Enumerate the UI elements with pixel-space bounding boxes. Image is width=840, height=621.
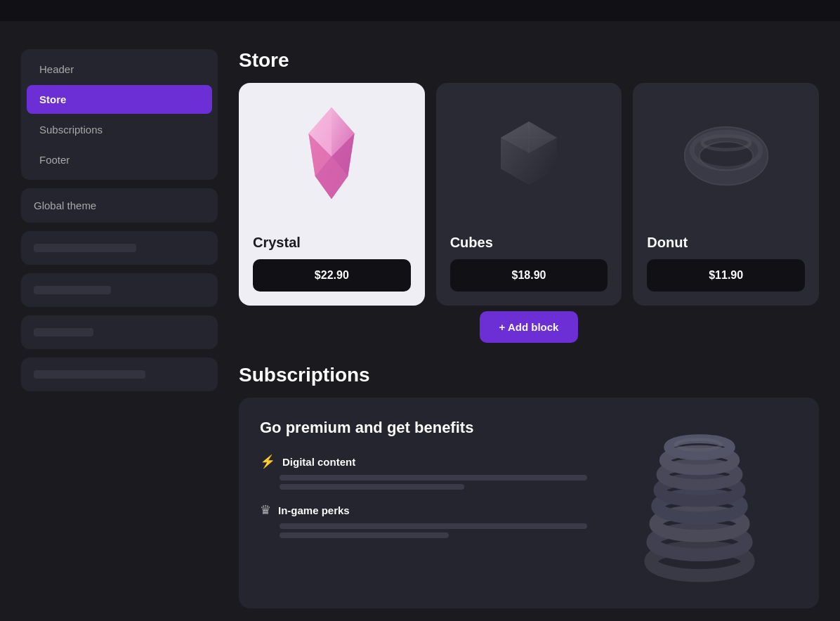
add-block-button[interactable]: + Add block: [480, 311, 579, 343]
subscriptions-section: Subscriptions Go premium and get benefit…: [239, 364, 819, 608]
benefit-line: [280, 475, 587, 481]
benefit-line: [280, 484, 464, 490]
benefit-ingame: ♛ In-game perks: [260, 502, 587, 538]
product-image-donut: [633, 83, 819, 223]
product-card-cubes[interactable]: Cubes $18.90: [436, 83, 622, 306]
product-price-cubes[interactable]: $18.90: [450, 259, 608, 292]
subscriptions-title: Subscriptions: [239, 364, 819, 386]
sidebar-skeleton-4: [21, 358, 218, 391]
sidebar-item-header[interactable]: Header: [27, 55, 212, 84]
store-grid: Crystal $22.90: [239, 83, 819, 306]
product-info-cubes: Cubes $18.90: [436, 223, 622, 306]
main-content: Store: [239, 49, 819, 608]
benefit-digital: ⚡ Digital content: [260, 454, 587, 490]
sidebar-nav: Header Store Subscriptions Footer: [21, 49, 218, 180]
product-name-donut: Donut: [647, 235, 805, 251]
product-card-crystal[interactable]: Crystal $22.90: [239, 83, 425, 306]
benefit-line: [280, 532, 449, 538]
store-title: Store: [239, 49, 819, 72]
product-image-crystal: [239, 83, 425, 223]
skeleton-line: [34, 286, 111, 294]
skeleton-line: [34, 370, 145, 379]
skeleton-line: [34, 244, 136, 252]
crown-icon: ♛: [260, 502, 271, 518]
benefit-line: [280, 523, 587, 529]
product-name-cubes: Cubes: [450, 235, 608, 251]
benefit-title-ingame: In-game perks: [278, 504, 350, 516]
product-price-donut[interactable]: $11.90: [647, 259, 805, 292]
main-layout: Header Store Subscriptions Footer Global…: [0, 21, 840, 608]
benefit-header-digital: ⚡ Digital content: [260, 454, 587, 469]
benefit-lines-digital: [260, 475, 587, 490]
top-bar: [0, 0, 840, 21]
product-info-crystal: Crystal $22.90: [239, 223, 425, 306]
subscriptions-content: Go premium and get benefits ⚡ Digital co…: [260, 419, 587, 587]
sidebar-skeleton-3: [21, 315, 218, 349]
product-info-donut: Donut $11.90: [633, 223, 819, 306]
cube-icon: [487, 111, 571, 195]
product-price-crystal[interactable]: $22.90: [253, 259, 411, 292]
product-name-crystal: Crystal: [253, 235, 411, 251]
product-image-cubes: [436, 83, 622, 223]
donut-icon: [681, 115, 772, 192]
sidebar-item-subscriptions[interactable]: Subscriptions: [27, 115, 212, 144]
subscriptions-heading: Go premium and get benefits: [260, 419, 587, 437]
benefit-header-ingame: ♛ In-game perks: [260, 502, 587, 518]
sidebar: Header Store Subscriptions Footer Global…: [21, 49, 218, 608]
sidebar-skeleton-2: [21, 273, 218, 307]
lightning-icon: ⚡: [260, 454, 275, 469]
skeleton-line: [34, 328, 93, 336]
subscriptions-card: Go premium and get benefits ⚡ Digital co…: [239, 398, 819, 608]
crystal-icon: [289, 104, 374, 202]
store-section: Store: [239, 49, 819, 343]
sidebar-item-footer[interactable]: Footer: [27, 145, 212, 174]
product-card-donut[interactable]: Donut $11.90: [633, 83, 819, 306]
benefit-lines-ingame: [260, 523, 587, 538]
sidebar-skeleton-1: [21, 231, 218, 265]
benefit-title-digital: Digital content: [282, 456, 355, 468]
subscriptions-visual: [601, 419, 798, 587]
global-theme-section[interactable]: Global theme: [21, 188, 218, 223]
sidebar-item-store[interactable]: Store: [27, 85, 212, 114]
store-actions: + Add block: [239, 306, 819, 343]
spiral-icon: [622, 419, 777, 587]
